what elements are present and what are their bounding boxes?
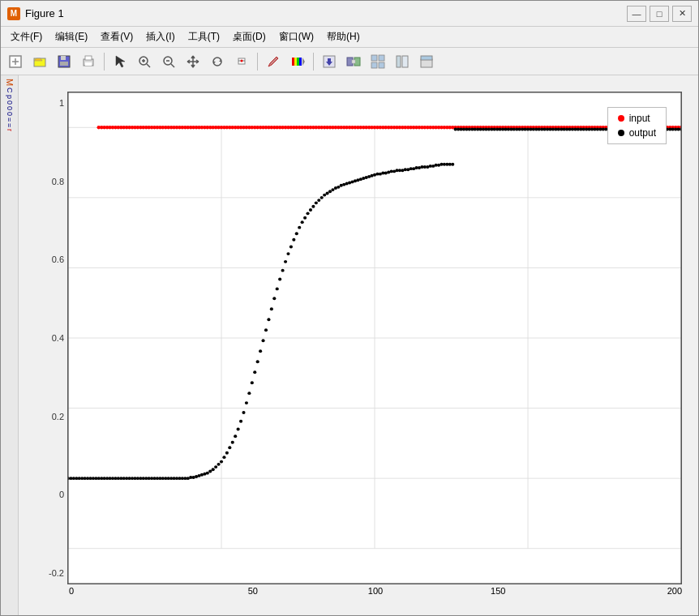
svg-point-319: [222, 456, 225, 459]
svg-rect-36: [379, 62, 384, 68]
open-button[interactable]: [28, 51, 51, 72]
svg-point-320: [225, 451, 229, 455]
svg-point-336: [270, 307, 273, 310]
svg-point-316: [214, 465, 217, 468]
svg-point-337: [272, 297, 276, 300]
left-panel-text-0c: 0: [6, 112, 14, 116]
chart-wrapper: 1 0.8 0.6 0.4 0.2 0 -0.2: [35, 92, 682, 599]
svg-point-343: [289, 246, 293, 249]
svg-point-347: [301, 220, 304, 224]
svg-point-356: [326, 191, 329, 195]
svg-point-360: [337, 186, 340, 189]
menu-desktop[interactable]: 桌面(D): [226, 28, 272, 45]
plot-with-yaxis: 1 0.8 0.6 0.4 0.2 0 -0.2: [35, 92, 682, 584]
svg-point-325: [239, 420, 242, 423]
menu-help[interactable]: 帮助(H): [320, 28, 367, 45]
legend-input: input: [618, 113, 656, 124]
svg-point-321: [228, 446, 231, 449]
svg-point-318: [220, 460, 223, 464]
y-label-1: 1: [59, 98, 64, 108]
svg-point-317: [217, 463, 221, 466]
svg-point-331: [256, 360, 259, 363]
menu-bar: 文件(F) 编辑(E) 查看(V) 插入(I) 工具(T) 桌面(D) 窗口(W…: [1, 27, 698, 48]
app-icon: M: [7, 7, 20, 20]
zoom-in-button[interactable]: [133, 51, 156, 72]
chart-svg: [68, 92, 681, 584]
show-plots-button[interactable]: [367, 51, 389, 72]
svg-point-339: [278, 278, 281, 281]
maximize-button[interactable]: □: [650, 6, 669, 22]
svg-rect-35: [371, 62, 377, 68]
x-label-100: 100: [314, 586, 436, 596]
svg-rect-38: [402, 56, 408, 67]
svg-marker-10: [116, 56, 125, 67]
left-panel-text-0b: 0: [6, 106, 14, 110]
rotate-button[interactable]: [206, 51, 229, 72]
plot-area[interactable]: input output: [67, 92, 682, 584]
svg-marker-27: [302, 58, 305, 66]
main-content: M C p 0 0 0 = = r 1 0.8 0.6 0.4 0.2: [1, 75, 698, 615]
pan-button[interactable]: [182, 51, 204, 72]
zoom-out-button[interactable]: [157, 51, 180, 72]
toolbar-separator-3: [313, 53, 314, 71]
left-panel-text-r: r: [6, 129, 14, 131]
legend-input-label: input: [629, 113, 650, 124]
y-label-08: 0.8: [52, 177, 64, 186]
svg-rect-33: [371, 55, 377, 61]
y-label-02: 0.2: [52, 412, 64, 421]
left-panel-text-c: C: [6, 88, 14, 93]
close-button[interactable]: ✕: [672, 6, 692, 22]
left-panel-text-p: p: [6, 95, 14, 99]
window-controls: — □ ✕: [627, 6, 692, 22]
svg-point-350: [309, 208, 312, 212]
menu-tools[interactable]: 工具(T): [182, 28, 226, 45]
x-label-150: 150: [437, 586, 560, 596]
y-label-neg02: -0.2: [49, 568, 64, 578]
left-panel: M C p 0 0 0 = = r: [1, 75, 19, 615]
menu-window[interactable]: 窗口(W): [272, 28, 320, 45]
svg-point-329: [251, 381, 254, 384]
svg-rect-32: [352, 60, 355, 63]
svg-line-12: [147, 64, 150, 67]
colormap-button[interactable]: [286, 51, 309, 72]
link-button[interactable]: [342, 51, 365, 72]
datacursor-button[interactable]: [230, 51, 253, 72]
y-label-0: 0: [59, 490, 64, 499]
svg-point-328: [247, 391, 251, 395]
svg-point-346: [298, 226, 301, 229]
y-axis: 1 0.8 0.6 0.4 0.2 0 -0.2: [35, 92, 67, 584]
title-bar-left: M Figure 1: [7, 7, 64, 20]
svg-line-16: [171, 64, 174, 67]
svg-rect-40: [421, 56, 432, 60]
menu-view[interactable]: 查看(V): [94, 28, 139, 45]
svg-rect-25: [297, 58, 299, 66]
export-button[interactable]: [318, 51, 341, 72]
svg-point-341: [284, 260, 287, 263]
menu-insert[interactable]: 插入(I): [139, 28, 181, 45]
left-panel-text-eq2: =: [6, 123, 14, 127]
toggle-panel-button[interactable]: [391, 51, 414, 72]
save-button[interactable]: [53, 51, 75, 72]
svg-point-358: [331, 188, 334, 191]
dock-button[interactable]: [415, 51, 438, 72]
svg-point-344: [292, 238, 295, 242]
minimize-button[interactable]: —: [627, 6, 646, 22]
svg-point-342: [286, 252, 289, 255]
left-panel-text-eq: =: [6, 118, 14, 122]
toolbar-separator-1: [104, 53, 105, 71]
svg-rect-6: [60, 62, 68, 66]
legend-output-label: output: [629, 127, 656, 139]
svg-point-351: [311, 205, 315, 208]
left-panel-text-0a: 0: [6, 101, 14, 105]
svg-point-348: [303, 216, 307, 220]
svg-point-313: [206, 472, 209, 475]
svg-point-340: [281, 269, 285, 272]
menu-file[interactable]: 文件(F): [4, 28, 49, 45]
svg-point-332: [259, 349, 262, 353]
print-button[interactable]: [77, 51, 100, 72]
svg-rect-8: [85, 56, 92, 60]
pointer-button[interactable]: [109, 51, 131, 72]
menu-edit[interactable]: 编辑(E): [49, 28, 94, 45]
brush-button[interactable]: [262, 51, 285, 72]
new-figure-button[interactable]: [4, 51, 27, 72]
